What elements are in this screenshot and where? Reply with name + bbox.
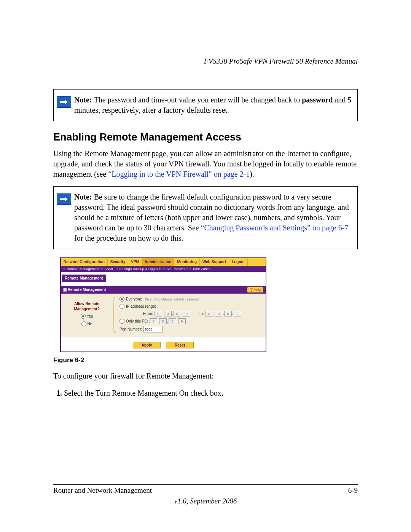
from-label: From: xyxy=(126,311,153,316)
nav-vpn[interactable]: VPN xyxy=(128,258,142,266)
intro-paragraph: Using the Remote Management page, you ca… xyxy=(53,149,358,179)
remote-management-ui: Network Configuration Security VPN Admin… xyxy=(60,257,266,352)
manual-title: FVS338 ProSafe VPN Firewall 50 Reference… xyxy=(53,57,358,66)
subnav-set-password[interactable]: Set Password xyxy=(166,267,188,271)
brace-icon xyxy=(113,297,116,334)
subnav-time-zone[interactable]: Time Zone xyxy=(193,267,209,271)
page-footer: Router and Network Management 6-9 v1.0, … xyxy=(53,484,358,505)
note-box-2: Note: Be sure to change the firewall def… xyxy=(53,186,358,249)
radio-allow-yes[interactable]: Yes xyxy=(64,314,110,319)
nav-security[interactable]: Security xyxy=(108,258,128,266)
panel-body: Allow Remote Management? Yes No Everyone xyxy=(61,294,266,337)
subnav-snmp[interactable]: SNMP xyxy=(105,267,115,271)
port-input[interactable] xyxy=(143,326,162,332)
nav-network-config[interactable]: Network Configuration xyxy=(61,258,108,266)
footer-chapter: Router and Network Management xyxy=(53,486,152,495)
to-label: To: xyxy=(199,311,204,316)
note-box-1: Note: The password and time-out value yo… xyxy=(53,89,358,121)
apply-button[interactable]: Apply xyxy=(133,342,161,348)
panel-header: ▦ Remote Management ❓ help xyxy=(61,286,266,294)
note-1-text: Note: The password and time-out value yo… xyxy=(74,89,357,121)
nav-administration[interactable]: Administration xyxy=(142,258,175,266)
radio-allow-no[interactable]: No xyxy=(64,321,110,327)
arrow-right-icon xyxy=(57,193,71,205)
section-heading: Enabling Remote Management Access xyxy=(53,130,358,144)
help-button[interactable]: ❓ help xyxy=(247,287,263,292)
subnav-backup-upgrade[interactable]: Settings Backup & Upgrade xyxy=(119,267,162,271)
ip-from-input[interactable]: ... xyxy=(155,311,190,316)
header-rule xyxy=(53,68,358,68)
radio-scope-iprange[interactable]: IP address range: xyxy=(119,304,263,309)
page-header: FVS338 ProSafe VPN Firewall 50 Reference… xyxy=(53,57,358,68)
reset-button[interactable]: Reset xyxy=(166,342,194,348)
radio-scope-everyone[interactable]: Everyone (Be sure to change default pass… xyxy=(119,297,263,302)
panel-title: ▦ Remote Management xyxy=(63,287,106,292)
ip-only-input[interactable]: ... xyxy=(150,318,185,324)
arrow-right-icon xyxy=(57,96,71,108)
note-2-text: Note: Be sure to change the firewall def… xyxy=(74,187,357,249)
link-changing-passwords[interactable]: “Changing Passwords and Settings” on pag… xyxy=(201,224,349,232)
nav-web-support[interactable]: Web Support xyxy=(200,258,229,266)
nav-monitoring[interactable]: Monitoring xyxy=(174,258,200,266)
footer-version: v1.0, September 2006 xyxy=(53,497,358,505)
ip-to-input[interactable]: ... xyxy=(206,311,241,316)
link-logging-in[interactable]: “Logging in to the VPN Firewall” on page… xyxy=(108,170,250,178)
nav-logout[interactable]: Logout xyxy=(229,258,248,266)
footer-page-number: 6-9 xyxy=(348,486,358,495)
figure-caption: Figure 6-2 xyxy=(53,356,358,365)
tab-remote-management[interactable]: Remote Management xyxy=(62,275,106,282)
configure-intro: To configure your firewall for Remote Ma… xyxy=(53,371,358,381)
radio-scope-onlypc[interactable]: Only this PC: ... xyxy=(119,318,263,324)
subnav-remote-management[interactable]: Remote Management xyxy=(67,267,100,271)
step-1: Select the Turn Remote Management On che… xyxy=(64,388,358,398)
port-label: Port Number: xyxy=(119,327,142,332)
sub-nav: :: Remote Management :: SNMP :: Settings… xyxy=(61,266,266,272)
allow-remote-group: Allow Remote Management? Yes No xyxy=(64,297,110,334)
top-nav: Network Configuration Security VPN Admin… xyxy=(61,258,266,266)
